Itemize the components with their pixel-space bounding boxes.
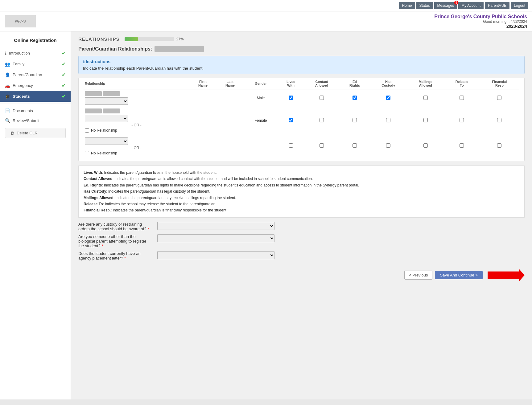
- row2-lives-with-cb[interactable]: [289, 118, 293, 122]
- progress-text: 27%: [176, 37, 184, 41]
- row2-last-name-blur: [103, 108, 120, 113]
- row1-contact-cb[interactable]: [320, 96, 324, 100]
- parent-vue-button[interactable]: ParentVUE: [485, 2, 509, 9]
- sidebar-item-parent-guardian[interactable]: 👤 Parent/Guardian ✔: [0, 69, 71, 80]
- sidebar-item-label: Emergency: [13, 83, 33, 88]
- instructions-body: Indicate the relationship each Parent/Gu…: [83, 66, 520, 71]
- row1-lives-with-cb[interactable]: [289, 96, 293, 100]
- question-row-3: Does the student currently have an agenc…: [78, 251, 525, 260]
- q1-select[interactable]: [157, 222, 274, 230]
- col-release-to: ReleaseTo: [444, 78, 480, 89]
- def-ed-rights: Ed. Rights: Indicates the parent/guardia…: [84, 182, 519, 188]
- q3-select[interactable]: [157, 251, 274, 259]
- row2-has-custody-cb[interactable]: [386, 118, 390, 122]
- row2-mailings: [407, 107, 444, 134]
- row2-financial-cb[interactable]: [497, 118, 501, 122]
- info-icon: ℹ: [5, 51, 6, 56]
- previous-button[interactable]: < Previous: [404, 271, 433, 280]
- row2-financial: [480, 107, 519, 134]
- delete-icon: 🗑: [10, 131, 14, 135]
- row2-first-name-blur: [85, 108, 102, 113]
- row3-lives-with: [278, 134, 304, 157]
- school-name: Prince George's County Public Schools: [434, 14, 527, 19]
- col-lives-with: LivesWith: [278, 78, 304, 89]
- row1-relationship: [84, 89, 189, 107]
- delete-olr-button[interactable]: 🗑 Delete OLR: [5, 128, 66, 138]
- check-icon: ✔: [62, 83, 66, 88]
- sidebar-item-review-submit[interactable]: 🔍 Review/Submit: [0, 116, 71, 125]
- row2-ed-rights-cb[interactable]: [353, 118, 357, 122]
- sidebar-item-label: Review/Submit: [13, 118, 39, 123]
- home-button[interactable]: Home: [399, 2, 415, 9]
- row3-mailings-cb[interactable]: [423, 143, 428, 148]
- row1-ed-rights-cb[interactable]: [353, 96, 357, 100]
- row2-relationship-select[interactable]: [85, 115, 128, 122]
- row1-has-custody: [370, 89, 407, 107]
- row3-relationship-select[interactable]: [85, 137, 128, 145]
- row1-gender: Male: [244, 89, 278, 107]
- sidebar-item-documents[interactable]: 📄 Documents: [0, 106, 71, 116]
- sidebar-item-label: Parent/Guardian: [13, 72, 42, 77]
- row2-mailings-cb[interactable]: [423, 118, 428, 122]
- save-continue-button[interactable]: Save And Continue >: [435, 271, 483, 279]
- table-wrap: Relationship FirstName LastName Gender L…: [79, 78, 524, 161]
- row3-financial: [480, 134, 519, 157]
- school-year: 2023-2024: [434, 24, 527, 29]
- row3-contact-cb[interactable]: [320, 143, 324, 148]
- messages-badge: 8: [454, 1, 459, 5]
- row2-no-relationship-cb[interactable]: [85, 128, 89, 133]
- question-row-2: Are you someone other than the biologica…: [78, 234, 525, 248]
- col-last-name: LastName: [217, 78, 244, 89]
- row1-release-cb[interactable]: [460, 96, 464, 100]
- sidebar-item-students[interactable]: 🎓 Students ✔: [0, 91, 71, 102]
- row3-has-custody-cb[interactable]: [386, 143, 390, 148]
- person-icon: 👤: [5, 72, 10, 77]
- status-button[interactable]: Status: [416, 2, 433, 9]
- row1-mailings-cb[interactable]: [423, 96, 428, 100]
- page-header: PGCPS Prince George's County Public Scho…: [0, 11, 532, 31]
- row3-last-name-cell: [217, 134, 244, 157]
- def-contact-allowed: Contact Allowed: Indicates the parent/gu…: [84, 176, 519, 182]
- main-layout: Online Registration ℹ Introduction ✔ 👥 F…: [0, 31, 532, 399]
- logout-button[interactable]: Logout: [511, 2, 528, 9]
- bottom-bar: < Previous Save And Continue >: [78, 265, 525, 285]
- table-row: Male: [84, 89, 519, 107]
- pg-heading: Parent/Guardian Relationships:: [78, 46, 525, 52]
- row3-financial-cb[interactable]: [497, 143, 501, 148]
- def-has-custody: Has Custody: Indicates the parent/guardi…: [84, 188, 519, 194]
- row3-contact-allowed: [304, 134, 340, 157]
- instructions-box: ℹ Instructions Indicate the relationship…: [78, 56, 525, 74]
- row3-lives-with-cb[interactable]: [289, 143, 293, 148]
- sidebar-item-label: Students: [13, 94, 30, 99]
- top-navigation: Home Status Messages 8 My Account Parent…: [0, 0, 532, 11]
- row1-mailings: [407, 89, 444, 107]
- row3-ed-rights-cb[interactable]: [353, 143, 357, 148]
- my-account-button[interactable]: My Account: [458, 2, 484, 9]
- family-icon: 👥: [5, 62, 10, 67]
- sidebar-item-family[interactable]: 👥 Family ✔: [0, 59, 71, 69]
- row2-gender: Female: [244, 107, 278, 134]
- document-icon: 📄: [5, 108, 10, 113]
- row3-no-relationship-cb[interactable]: [85, 151, 89, 155]
- row1-financial: [480, 89, 519, 107]
- q3-label: Does the student currently have an agenc…: [78, 251, 152, 260]
- row2-release-cb[interactable]: [460, 118, 464, 122]
- row2-contact-cb[interactable]: [320, 118, 324, 122]
- instructions-title: ℹ Instructions: [83, 59, 520, 64]
- sidebar-item-label: Family: [13, 62, 24, 66]
- col-gender: Gender: [244, 78, 278, 89]
- row2-ed-rights: [340, 107, 370, 134]
- q2-select[interactable]: [157, 234, 274, 242]
- pg-name-blurred: [155, 46, 204, 52]
- sidebar-item-introduction[interactable]: ℹ Introduction ✔: [0, 48, 71, 59]
- messages-button[interactable]: Messages: [434, 2, 457, 9]
- row1-relationship-select[interactable]: [85, 97, 128, 105]
- sidebar-item-emergency[interactable]: 🚗 Emergency ✔: [0, 80, 71, 91]
- row3-release-cb[interactable]: [460, 143, 464, 148]
- row1-has-custody-cb[interactable]: [386, 96, 390, 100]
- table-row: - OR - No Relationship Female: [84, 107, 519, 134]
- def-financial-resp: Financial Resp.: Indicates the parent/gu…: [84, 207, 519, 213]
- row2-last-name-cell: [217, 107, 244, 134]
- row3-release-to: [444, 134, 480, 157]
- row1-financial-cb[interactable]: [497, 96, 501, 100]
